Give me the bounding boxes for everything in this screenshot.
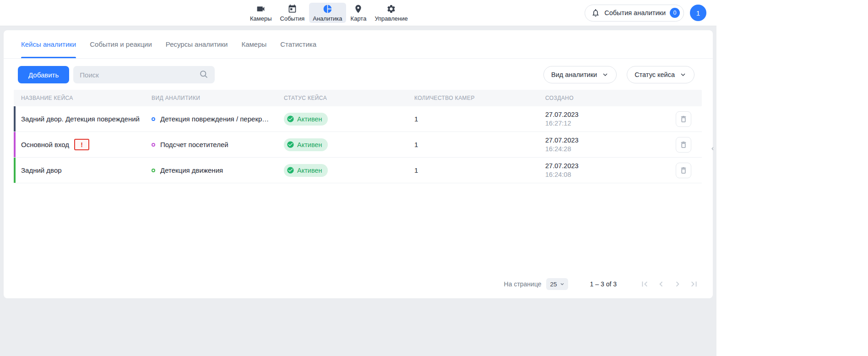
next-page-button[interactable] xyxy=(672,278,684,290)
case-status-cell: Активен xyxy=(284,164,414,177)
pagination-range-label: 1 – 3 of 3 xyxy=(590,280,617,288)
section-tabs: Кейсы аналитики События и реакции Ресурс… xyxy=(4,30,713,59)
trash-icon xyxy=(679,166,688,175)
camera-count-cell: 1 xyxy=(414,166,545,174)
col-header-created: СОЗДАНО xyxy=(545,95,665,101)
status-badge-label: Активен xyxy=(297,141,322,148)
chevron-down-icon xyxy=(602,71,609,78)
camera-count-cell: 1 xyxy=(414,141,545,148)
created-date: 27.07.2023 xyxy=(545,162,665,170)
chevron-down-icon xyxy=(559,281,565,287)
warning-indicator: ! xyxy=(74,139,89,150)
main-nav: Камеры События Аналитика Карта xyxy=(246,0,412,26)
nav-label-management: Управление xyxy=(374,15,407,22)
per-page-value: 25 xyxy=(550,281,557,288)
top-navigation-bar: Камеры События Аналитика Карта xyxy=(0,0,716,26)
status-badge-label: Активен xyxy=(297,167,322,174)
delete-case-button[interactable] xyxy=(676,163,691,178)
cases-table: НАЗВАНИЕ КЕЙСА ВИД АНАЛИТИКИ СТАТУС КЕЙС… xyxy=(14,90,702,183)
gear-icon xyxy=(386,4,396,14)
delete-case-button[interactable] xyxy=(676,137,691,153)
row-actions-cell xyxy=(665,163,702,178)
toolbar: Добавить Вид аналитики Статус xyxy=(18,66,694,83)
bell-icon xyxy=(591,8,600,17)
case-name: Задний двор xyxy=(21,166,62,174)
table-header-row: НАЗВАНИЕ КЕЙСА ВИД АНАЛИТИКИ СТАТУС КЕЙС… xyxy=(14,90,702,106)
delete-case-button[interactable] xyxy=(676,111,691,127)
first-page-icon xyxy=(640,279,650,289)
col-header-case-name: НАЗВАНИЕ КЕЙСА xyxy=(21,95,152,101)
col-header-camera-count: КОЛИЧЕСТВО КАМЕР xyxy=(414,95,545,101)
analytics-type-filter-label: Вид аналитики xyxy=(551,71,597,78)
nav-item-analytics[interactable]: Аналитика xyxy=(309,3,346,23)
analytics-type-cell: Детекция повреждения / перекр… xyxy=(152,115,284,123)
status-badge-label: Активен xyxy=(297,115,322,123)
created-date: 27.07.2023 xyxy=(545,137,665,144)
table-row[interactable]: Основной вход ! Подсчет посетителей Акти… xyxy=(14,132,702,158)
nav-item-events[interactable]: События xyxy=(277,3,309,23)
analytics-type-label: Подсчет посетителей xyxy=(160,141,228,148)
status-badge: Активен xyxy=(284,113,328,126)
analytics-type-cell: Подсчет посетителей xyxy=(152,141,284,148)
add-case-button[interactable]: Добавить xyxy=(18,66,69,83)
analytics-events-button[interactable]: События аналитики 0 xyxy=(585,5,684,22)
col-header-case-status: СТАТУС КЕЙСА xyxy=(284,95,414,101)
analytics-card: Кейсы аналитики События и реакции Ресурс… xyxy=(4,30,713,298)
map-pin-icon xyxy=(353,4,363,14)
row-actions-cell xyxy=(665,137,702,153)
check-circle-icon xyxy=(287,141,294,148)
search-input[interactable] xyxy=(73,66,215,83)
created-cell: 27.07.2023 16:24:08 xyxy=(545,162,665,178)
chevron-left-icon xyxy=(656,279,666,289)
nav-item-map[interactable]: Карта xyxy=(347,3,370,23)
per-page-select[interactable]: 25 xyxy=(546,278,568,290)
chevron-right-icon xyxy=(673,279,683,289)
status-badge: Активен xyxy=(284,164,328,177)
nav-label-map: Карта xyxy=(351,15,367,22)
tab-analytics-cases[interactable]: Кейсы аналитики xyxy=(21,30,76,58)
created-date: 27.07.2023 xyxy=(545,111,665,118)
tab-events-and-reactions[interactable]: События и реакции xyxy=(90,30,152,58)
created-time: 16:27:12 xyxy=(545,120,665,127)
case-name-cell: Основной вход ! xyxy=(21,139,152,150)
analytics-type-filter[interactable]: Вид аналитики xyxy=(543,66,617,83)
nav-item-cameras[interactable]: Камеры xyxy=(246,3,276,23)
analytics-events-button-label: События аналитики xyxy=(604,9,666,16)
pie-chart-icon xyxy=(323,4,332,14)
table-row[interactable]: Задний двор. Детекция повреждений Детекц… xyxy=(14,106,702,132)
app-window: Камеры События Аналитика Карта xyxy=(0,0,716,356)
created-time: 16:24:08 xyxy=(545,171,665,178)
created-cell: 27.07.2023 16:27:12 xyxy=(545,111,665,127)
row-actions-cell xyxy=(665,111,702,127)
tab-statistics[interactable]: Статистика xyxy=(280,30,316,58)
row-accent-bar xyxy=(14,158,16,183)
case-name: Задний двор. Детекция повреждений xyxy=(21,115,140,123)
search-box xyxy=(73,66,215,83)
previous-page-button[interactable] xyxy=(655,278,667,290)
empty-area xyxy=(4,183,713,278)
last-page-button[interactable] xyxy=(688,278,700,290)
filters: Вид аналитики Статус кейса xyxy=(543,66,694,83)
trash-icon xyxy=(679,115,688,123)
case-status-filter[interactable]: Статус кейса xyxy=(627,66,694,83)
analytics-type-label: Детекция повреждения / перекр… xyxy=(160,115,269,123)
chevron-down-icon xyxy=(679,71,687,78)
events-count-badge: 0 xyxy=(670,8,680,18)
page-content: Кейсы аналитики События и реакции Ресурс… xyxy=(0,26,716,298)
created-time: 16:24:28 xyxy=(545,145,665,153)
nav-item-management[interactable]: Управление xyxy=(371,3,411,23)
pagination-bar: На странице 25 1 – 3 of 3 xyxy=(4,278,713,298)
row-accent-bar xyxy=(14,132,16,157)
row-accent-bar xyxy=(14,106,16,131)
tab-cameras[interactable]: Камеры xyxy=(241,30,266,58)
window-edge-resize-handle[interactable] xyxy=(710,146,716,152)
analytics-type-dot xyxy=(152,143,155,147)
camera-count-cell: 1 xyxy=(414,115,545,123)
per-page-label: На странице xyxy=(504,280,542,288)
table-row[interactable]: Задний двор Детекция движения Активен 1 xyxy=(14,158,702,183)
tab-analytics-resources[interactable]: Ресурсы аналитики xyxy=(166,30,228,58)
case-name-cell: Задний двор. Детекция повреждений xyxy=(21,115,152,123)
user-avatar[interactable]: 1 xyxy=(690,5,706,21)
first-page-button[interactable] xyxy=(639,278,651,290)
case-name-cell: Задний двор xyxy=(21,166,152,174)
